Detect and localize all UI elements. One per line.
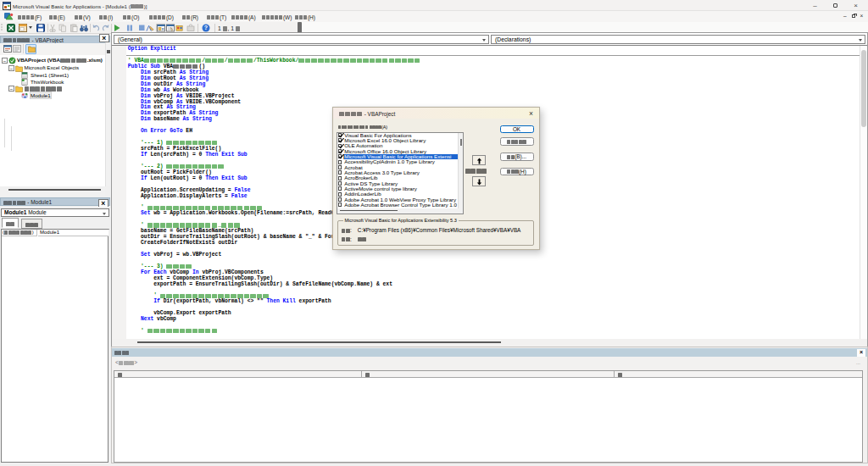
svg-text:?: ? — [204, 25, 208, 31]
